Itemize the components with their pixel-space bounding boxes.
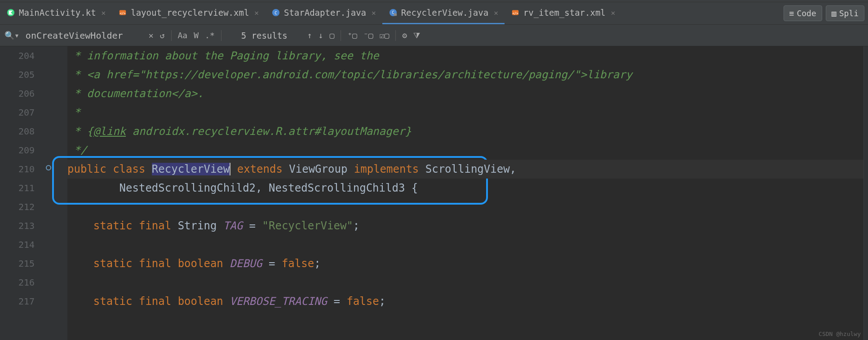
code-text: TAG <box>223 219 243 232</box>
code-text: class <box>113 163 145 175</box>
code-text: androidx.recyclerview.R.attr#layoutManag… <box>126 125 412 138</box>
code-text: String <box>178 219 217 232</box>
split-view-button[interactable]: ▥ Spli <box>826 5 864 21</box>
tab-layout-recyclerview[interactable]: </> layout_recyclerview.xml ✕ <box>112 2 265 24</box>
close-icon[interactable]: ✕ <box>372 9 376 17</box>
svg-text:</>: </> <box>512 11 518 15</box>
code-text: "RecyclerView" <box>262 219 353 232</box>
prev-match-icon[interactable]: ↑ <box>307 31 312 40</box>
close-search-icon[interactable]: ✕ <box>149 31 154 40</box>
code-text: boolean <box>178 257 223 270</box>
line-number[interactable]: 209 <box>0 141 35 160</box>
line-number[interactable]: 216 <box>0 273 35 292</box>
close-icon[interactable]: ✕ <box>254 9 259 17</box>
svg-text:C: C <box>275 11 277 15</box>
svg-rect-7 <box>394 13 396 16</box>
editor: 204 205 206 207 208 209 210 211 212 213 … <box>0 46 868 340</box>
code-text: extends <box>237 163 283 175</box>
code-text: = <box>243 219 262 232</box>
override-marker-icon[interactable] <box>46 165 51 170</box>
close-icon[interactable]: ✕ <box>102 9 106 17</box>
code-text: ScrollingView <box>425 163 510 175</box>
separator <box>341 30 341 41</box>
line-number[interactable]: 206 <box>0 84 35 103</box>
search-icon[interactable]: 🔍▾ <box>4 31 19 40</box>
add-selection-icon[interactable]: ⁺▢ <box>347 31 357 40</box>
history-icon[interactable]: ↺ <box>160 31 165 40</box>
code-text: * <a href="https://developer.android.com… <box>67 68 587 81</box>
code-text: false <box>282 257 314 270</box>
tab-label: StarAdapter.java <box>284 8 366 18</box>
settings-icon[interactable]: ⚙ <box>402 31 407 40</box>
code-text: DEBUG <box>230 257 262 270</box>
words-button[interactable]: W <box>194 31 199 40</box>
tab-label: layout_recyclerview.xml <box>131 8 249 18</box>
results-count: 5 results <box>241 31 288 40</box>
code-text: final <box>139 219 171 232</box>
xml-icon: </> <box>511 8 520 17</box>
code-text: static <box>93 295 133 308</box>
line-number[interactable]: 204 <box>0 46 35 65</box>
split-icon: ▥ <box>832 9 837 18</box>
line-number[interactable]: 212 <box>0 197 35 216</box>
tab-mainactivity[interactable]: MainActivity.kt ✕ <box>0 2 112 24</box>
line-number[interactable]: 213 <box>0 216 35 235</box>
right-gutter <box>864 46 868 340</box>
code-text: final <box>139 257 171 270</box>
next-match-icon[interactable]: ↓ <box>319 31 323 40</box>
search-input[interactable] <box>26 30 142 41</box>
code-text: NestedScrollingChild2, NestedScrollingCh… <box>67 182 418 194</box>
xml-icon: </> <box>118 8 127 17</box>
line-number[interactable]: 214 <box>0 235 35 254</box>
code-text: false <box>346 295 379 308</box>
code-text: */ <box>67 144 87 157</box>
list-icon: ≡ <box>789 9 794 18</box>
code-text: static <box>93 257 133 270</box>
code-text: = <box>327 295 346 308</box>
code-view-label: Code <box>797 9 816 18</box>
code-text: @link <box>93 125 126 138</box>
code-text: * <box>67 106 80 119</box>
select-all-icon[interactable]: ▢ <box>329 31 334 40</box>
code-text: * documentation</a>. <box>67 87 204 100</box>
separator <box>221 30 221 41</box>
line-number[interactable]: 205 <box>0 65 35 84</box>
line-number[interactable]: 215 <box>0 254 35 273</box>
code-text: ViewGroup <box>289 163 347 175</box>
separator <box>171 30 172 41</box>
filter-icon[interactable]: ⧩ <box>413 31 420 40</box>
tab-recyclerview[interactable]: C RecyclerView.java ✕ <box>382 2 505 24</box>
line-number[interactable]: 208 <box>0 122 35 141</box>
kotlin-icon <box>6 8 15 17</box>
java-icon: C <box>271 8 280 17</box>
code-text: ; <box>314 257 320 270</box>
tab-label: MainActivity.kt <box>19 8 96 18</box>
code-area[interactable]: * information about the Paging library, … <box>67 46 864 340</box>
code-text: library <box>587 68 632 81</box>
tab-rv-item-star[interactable]: </> rv_item_star.xml ✕ <box>505 2 622 24</box>
java-lock-icon: C <box>389 8 398 17</box>
code-view-button[interactable]: ≡ Code <box>784 5 822 21</box>
code-text: final <box>139 295 171 308</box>
remove-selection-icon[interactable]: ⁻▢ <box>363 31 373 40</box>
match-case-button[interactable]: Aa <box>178 31 188 40</box>
code-text: implements <box>354 163 419 175</box>
select-occurrences-icon[interactable]: ☑▢ <box>380 31 390 40</box>
close-icon[interactable]: ✕ <box>494 9 498 17</box>
code-text: * information about the Paging library, … <box>67 49 379 62</box>
line-number[interactable]: 210 <box>0 160 35 179</box>
view-toggle: ≡ Code ▥ Spli <box>784 5 868 21</box>
line-number[interactable]: 207 <box>0 103 35 122</box>
line-number[interactable]: 217 <box>0 292 35 311</box>
tab-label: rv_item_star.xml <box>523 8 606 18</box>
split-view-label: Spli <box>839 9 859 18</box>
gutter-extra <box>43 46 67 340</box>
tab-staradapter[interactable]: C StarAdapter.java ✕ <box>265 2 382 24</box>
code-text: = <box>262 257 282 270</box>
close-icon[interactable]: ✕ <box>611 9 616 17</box>
find-bar: 🔍▾ ✕ ↺ Aa W .* 5 results ↑ ↓ ▢ ⁺▢ ⁻▢ ☑▢ … <box>0 25 868 46</box>
tab-label: RecyclerView.java <box>401 8 488 18</box>
line-number[interactable]: 211 <box>0 179 35 197</box>
line-gutter: 204 205 206 207 208 209 210 211 212 213 … <box>0 46 43 340</box>
regex-button[interactable]: .* <box>205 31 215 40</box>
